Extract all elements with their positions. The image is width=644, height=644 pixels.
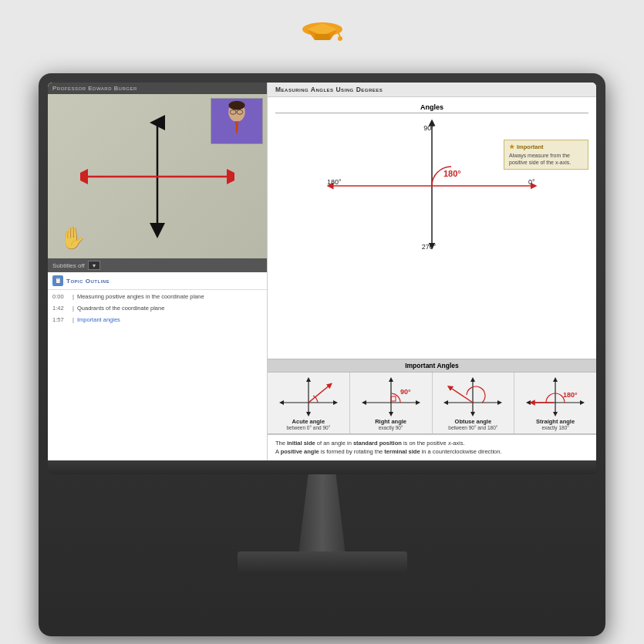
subtitles-dropdown[interactable]: ▾	[88, 261, 100, 270]
monitor-bezel-bottom	[48, 460, 596, 474]
right-angle-desc: exactly 90°	[379, 425, 403, 430]
important-angles-section: Important Angles	[268, 359, 596, 434]
svg-text:180°: 180°	[443, 169, 461, 178]
professor-thumbnail	[211, 98, 263, 144]
monitor-screen: Professor Edward Burger	[48, 83, 596, 460]
monitor-stand	[48, 460, 596, 575]
angle-type-obtuse: Obtuse angle between 90° and 180°	[433, 373, 515, 433]
svg-point-2	[338, 36, 342, 41]
subtitles-bar: Subtitles off ▾	[48, 258, 267, 272]
outline-item-1[interactable]: 0:00 | Measuring positive angles in the …	[52, 293, 262, 300]
svg-text:180°: 180°	[327, 178, 342, 186]
lesson-title: Measuring Angles Using Degrees	[268, 83, 596, 97]
important-box: ★ Important Always measure from the posi…	[504, 140, 588, 170]
svg-rect-3	[315, 34, 330, 40]
important-box-title: ★ Important	[509, 143, 583, 150]
professor-figure	[211, 99, 262, 143]
straight-angle-svg: 180°	[524, 376, 586, 418]
description-line1: The initial side of an angle in standard…	[275, 440, 588, 448]
svg-text:90°: 90°	[423, 124, 434, 132]
obtuse-angle-svg	[442, 376, 504, 418]
straight-angle-name: Straight angle	[536, 418, 575, 425]
video-area: ✋	[48, 94, 267, 258]
svg-point-8	[228, 101, 244, 110]
important-box-text: Always measure from the positive side of…	[509, 152, 583, 166]
outline-item-3[interactable]: 1:57 | Important angles	[52, 316, 262, 323]
page-wrapper: Professor Edward Burger	[0, 0, 644, 644]
angle-type-straight: 180° Straight angle exactly 180°	[514, 373, 596, 433]
svg-text:270°: 270°	[422, 243, 437, 251]
professor-name-label: Professor Edward Burger	[52, 85, 137, 92]
subtitles-label: Subtitles off	[52, 262, 85, 269]
right-angle-name: Right angle	[375, 418, 406, 425]
outline-desc-1: Measuring positive angles in the coordin…	[77, 293, 204, 300]
stand-neck	[299, 474, 346, 551]
right-angle-svg: 90°	[360, 376, 422, 418]
svg-text:180°: 180°	[563, 391, 578, 399]
outline-time-1: 0:00	[52, 293, 69, 300]
obtuse-angle-desc: between 90° and 180°	[448, 425, 497, 430]
acute-angle-name: Acute angle	[292, 418, 325, 425]
svg-rect-25	[391, 396, 396, 401]
outline-desc-3: Important angles	[77, 316, 120, 323]
outline-time-2: 1:42	[52, 305, 69, 312]
angle-type-acute: Acute angle between 0° and 90°	[268, 373, 350, 433]
outline-items-list: 0:00 | Measuring positive angles in the …	[48, 290, 267, 460]
left-panel: Professor Edward Burger	[48, 83, 268, 460]
angles-svg-container: 90° 270° 0° 180° 180°	[275, 116, 588, 255]
angle-types-row: Acute angle between 0° and 90°	[268, 373, 596, 434]
svg-text:0°: 0°	[528, 178, 535, 186]
topic-outline-label: Topic Outline	[66, 278, 110, 285]
description-line2: A positive angle is formed by rotating t…	[275, 448, 588, 457]
monitor-frame: Professor Edward Burger	[39, 73, 605, 636]
description-area: The initial side of an angle in standard…	[268, 434, 596, 460]
acute-angle-svg	[278, 376, 339, 418]
right-panel: Measuring Angles Using Degrees Angles	[268, 83, 596, 460]
topic-icon: 📋	[52, 275, 63, 286]
svg-text:90°: 90°	[400, 388, 411, 396]
angles-diagram-title: Angles	[275, 103, 588, 113]
screen-content: Professor Edward Burger	[48, 83, 596, 460]
straight-angle-desc: exactly 180°	[541, 425, 568, 430]
obtuse-angle-name: Obtuse angle	[455, 418, 492, 425]
outline-item-2[interactable]: 1:42 | Quadrants of the coordinate plane	[52, 305, 262, 312]
main-angles-svg: 90° 270° 0° 180° 180°	[324, 116, 540, 255]
video-header: Professor Edward Burger	[48, 83, 267, 94]
important-angles-title: Important Angles	[268, 359, 596, 373]
hand-graphic: ✋	[59, 225, 86, 251]
outline-time-3: 1:57	[52, 316, 69, 323]
svg-line-21	[309, 385, 330, 403]
topic-outline-header: 📋 Topic Outline	[48, 272, 267, 290]
acute-angle-desc: between 0° and 90°	[286, 425, 330, 430]
angle-type-right: 90° Right angle exactly 90°	[350, 373, 433, 433]
angles-diagram: Angles	[268, 97, 596, 359]
stand-base	[238, 551, 407, 575]
outline-desc-2: Quadrants of the coordinate plane	[77, 305, 164, 312]
graduation-cap-icon	[299, 8, 346, 54]
